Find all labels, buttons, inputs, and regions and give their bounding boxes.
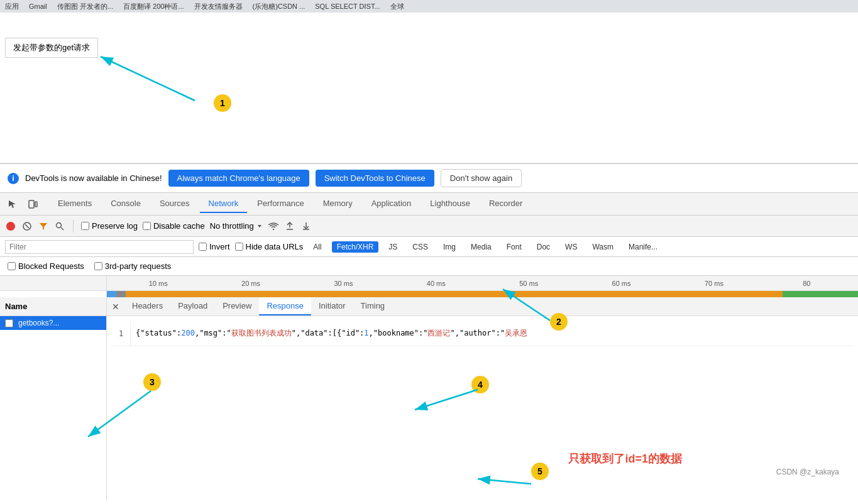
- svg-line-9: [61, 227, 63, 230]
- detail-tab-headers[interactable]: Headers: [124, 297, 170, 315]
- response-text: {"status":200,"msg":"获取图书列表成功","data":[{…: [131, 326, 853, 341]
- detail-tab-preview[interactable]: Preview: [215, 297, 259, 315]
- throttle-dropdown[interactable]: No throttling: [210, 221, 263, 231]
- filter-type-fetch-xhr[interactable]: Fetch/XHR: [332, 241, 379, 253]
- dont-show-again-button[interactable]: Don't show again: [441, 169, 522, 187]
- devtools-tab-bar: Elements Console Sources Network Perform…: [0, 193, 858, 216]
- csdn-credit: CSDN @z_kakaya: [776, 468, 839, 476]
- filter-type-media[interactable]: Media: [466, 241, 497, 253]
- filter-type-ws[interactable]: WS: [560, 241, 582, 253]
- close-detail-button[interactable]: ✕: [107, 297, 124, 315]
- wifi-icon[interactable]: [268, 221, 279, 232]
- ms-10: 10 ms: [112, 280, 204, 287]
- ms-40: 40 ms: [390, 280, 482, 287]
- disable-cache-checkbox[interactable]: Disable cache: [143, 221, 205, 231]
- browser-tab[interactable]: Gmail: [29, 3, 47, 10]
- timeline-ms-track: 10 ms 20 ms 30 ms 40 ms 50 ms 60 ms 70 m…: [107, 280, 858, 287]
- browser-tab[interactable]: 传图图 开发者的...: [57, 2, 113, 11]
- record-button[interactable]: [5, 221, 16, 232]
- browser-tab[interactable]: 应用: [5, 2, 19, 11]
- svg-marker-7: [40, 223, 47, 230]
- tab-memory[interactable]: Memory: [314, 195, 361, 213]
- tab-sources[interactable]: Sources: [151, 195, 199, 213]
- page-area: 发起带参数的get请求 1: [0, 13, 858, 163]
- bar-orange: [126, 291, 783, 297]
- detail-panel: ✕ Headers Payload Preview Response Initi…: [107, 297, 858, 501]
- tab-lighthouse[interactable]: Lighthouse: [421, 195, 479, 213]
- invert-input[interactable]: [199, 243, 207, 251]
- filter-type-css[interactable]: CSS: [407, 241, 433, 253]
- invert-label: Invert: [209, 242, 230, 251]
- filter-type-img[interactable]: Img: [438, 241, 461, 253]
- timeline-bars: [0, 291, 858, 297]
- search-icon[interactable]: [54, 221, 65, 232]
- download-icon[interactable]: [300, 221, 312, 232]
- tab-console[interactable]: Console: [102, 195, 150, 213]
- detail-tab-timing[interactable]: Timing: [353, 297, 393, 315]
- upload-icon[interactable]: [284, 221, 295, 232]
- annotation-label-5: 5: [531, 463, 549, 480]
- get-request-button[interactable]: 发起带参数的get请求: [5, 38, 98, 58]
- tab-network[interactable]: Network: [200, 195, 248, 213]
- separator-1: [73, 220, 74, 233]
- name-column-header: Name: [0, 297, 106, 316]
- request-checkbox[interactable]: [5, 319, 13, 327]
- invert-checkbox[interactable]: Invert: [199, 242, 230, 251]
- browser-tab[interactable]: 百度翻译 200种语...: [123, 2, 184, 11]
- filter-bar: Invert Hide data URLs All Fetch/XHR JS C…: [0, 237, 858, 257]
- timeline-bar-track: [107, 291, 858, 297]
- svg-line-6: [25, 224, 29, 228]
- timeline-header: 10 ms 20 ms 30 ms 40 ms 50 ms 60 ms 70 m…: [0, 276, 858, 291]
- filter-input[interactable]: [5, 240, 194, 254]
- filter-icon[interactable]: [38, 221, 49, 232]
- annotation-text: 只获取到了id=1的数据: [568, 451, 682, 466]
- json-status-val: 200: [181, 329, 195, 337]
- request-item-getbooks[interactable]: getbooks?...: [0, 316, 106, 330]
- json-id-val: 1: [364, 329, 368, 337]
- filter-type-js[interactable]: JS: [383, 241, 402, 253]
- detail-tab-payload[interactable]: Payload: [170, 297, 215, 315]
- bar-blue: [107, 291, 116, 297]
- cursor-icon[interactable]: [5, 197, 20, 212]
- filter-type-manifest[interactable]: Manife...: [624, 241, 663, 253]
- third-party-checkbox[interactable]: 3rd-party requests: [94, 261, 172, 271]
- detail-tab-response[interactable]: Response: [259, 297, 311, 315]
- detail-tab-initiator[interactable]: Initiator: [311, 297, 353, 315]
- hide-data-urls-checkbox[interactable]: Hide data URLs: [235, 242, 304, 251]
- json-author-key: ","author":": [450, 329, 505, 337]
- bar-gray: [116, 291, 126, 297]
- notification-message: DevTools is now available in Chinese!: [25, 173, 162, 183]
- json-bookname-val: 西游记: [427, 329, 450, 337]
- match-language-button[interactable]: Always match Chrome's language: [168, 170, 309, 187]
- tab-recorder[interactable]: Recorder: [480, 195, 531, 213]
- tab-performance[interactable]: Performance: [248, 195, 312, 213]
- name-panel: Name getbooks?...: [0, 297, 107, 501]
- third-party-input[interactable]: [94, 262, 102, 270]
- filter-type-doc[interactable]: Doc: [532, 241, 555, 253]
- preserve-log-input[interactable]: [81, 222, 89, 230]
- blocked-requests-checkbox[interactable]: Blocked Requests: [8, 261, 84, 271]
- devtools-panel: Elements Console Sources Network Perform…: [0, 193, 858, 501]
- tab-elements[interactable]: Elements: [49, 195, 101, 213]
- browser-tab[interactable]: 开发友情服务器: [194, 2, 243, 11]
- blocked-requests-input[interactable]: [8, 262, 16, 270]
- stop-button[interactable]: [21, 221, 33, 232]
- switch-chinese-button[interactable]: Switch DevTools to Chinese: [316, 170, 434, 187]
- disable-cache-input[interactable]: [143, 222, 151, 230]
- browser-tab[interactable]: SQL SELECT DIST...: [315, 3, 380, 10]
- browser-tab[interactable]: (乐泡糖)CSDN ...: [253, 2, 305, 11]
- ms-80: 80: [761, 280, 853, 287]
- filter-type-all[interactable]: All: [308, 241, 326, 253]
- json-author-val: 吴承恩: [505, 329, 527, 337]
- device-icon[interactable]: [25, 197, 40, 212]
- tab-application[interactable]: Application: [363, 195, 421, 213]
- svg-rect-3: [35, 202, 37, 207]
- filter-type-font[interactable]: Font: [502, 241, 527, 253]
- hide-data-urls-input[interactable]: [235, 243, 243, 251]
- preserve-log-checkbox[interactable]: Preserve log: [81, 221, 138, 231]
- filter-type-wasm[interactable]: Wasm: [587, 241, 619, 253]
- json-comma1: ,"msg":": [195, 329, 231, 337]
- annotation-label-3: 3: [143, 373, 161, 391]
- browser-tab[interactable]: 全球: [390, 2, 404, 11]
- browser-tab-bar: 应用 Gmail 传图图 开发者的... 百度翻译 200种语... 开发友情服…: [0, 0, 858, 13]
